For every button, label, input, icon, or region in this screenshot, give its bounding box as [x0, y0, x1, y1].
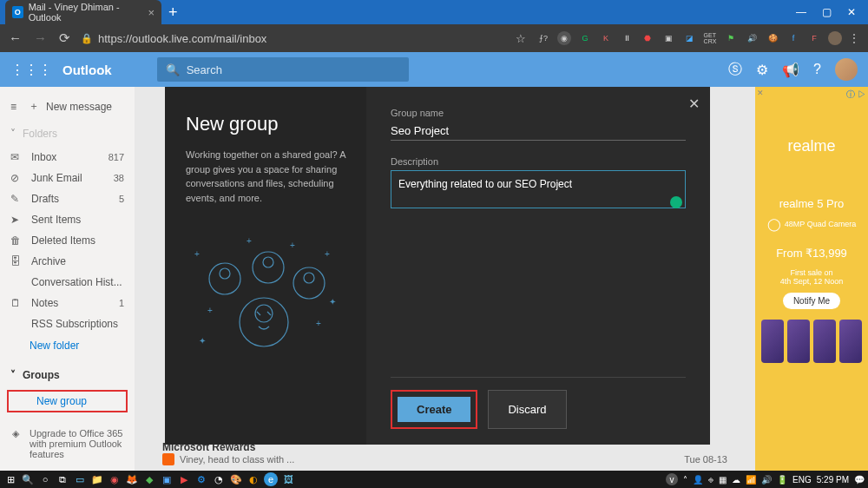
tray-icon[interactable]: 📶	[746, 475, 756, 485]
app-launcher-icon[interactable]: ⋮⋮⋮	[10, 62, 52, 78]
svg-text:✦: ✦	[329, 297, 336, 307]
new-tab-button[interactable]: +	[168, 3, 178, 22]
window-minimize-icon[interactable]: —	[796, 6, 806, 18]
svg-text:+: +	[207, 306, 213, 315]
dialog-description: Working together on a shared goal? A gro…	[186, 148, 345, 205]
sidebar-item-notes[interactable]: 🗒Notes1	[0, 293, 135, 313]
tray-icon[interactable]: ⎆	[708, 475, 713, 485]
ad-notify-button[interactable]: Notify Me	[783, 293, 840, 309]
tray-icon[interactable]: ▦	[719, 475, 727, 485]
tray-battery-icon[interactable]: 🔋	[777, 475, 787, 485]
tray-time[interactable]: 5:29 PM	[817, 475, 849, 485]
ad-close-icon[interactable]: ✕	[757, 89, 764, 97]
extension-icon[interactable]: ◉	[557, 31, 571, 45]
ad-panel[interactable]: ✕ ⓘ ▷ realme realme 5 Pro ◯48MP Quad Cam…	[755, 87, 868, 471]
new-folder-link[interactable]: New folder	[0, 334, 135, 357]
search-input[interactable]: 🔍 Search	[157, 57, 409, 82]
svg-text:+: +	[194, 249, 200, 259]
menu-toggle-icon[interactable]: ≡	[10, 101, 16, 113]
extension-icon[interactable]: 🔊	[745, 31, 759, 45]
extension-icon[interactable]: GETCRX	[703, 31, 717, 45]
taskbar-app-icon[interactable]: 📁	[90, 472, 104, 486]
groups-label: Groups	[23, 369, 60, 381]
settings-icon[interactable]: ⚙	[756, 62, 768, 78]
dialog-illustration: ++ ++ ++ ✦✦	[186, 231, 342, 361]
menu-icon[interactable]: ⋮	[849, 32, 859, 44]
browser-tab[interactable]: O Mail - Viney Dhiman - Outlook ×	[5, 0, 161, 24]
help-icon[interactable]: ?	[813, 62, 821, 77]
tray-icon[interactable]: ☁	[732, 475, 740, 485]
taskbar-app-icon[interactable]: 🖼	[281, 472, 295, 486]
extension-icon[interactable]: G	[578, 31, 592, 45]
extension-icon[interactable]: ⚑	[724, 31, 738, 45]
sidebar-item-archive[interactable]: 🗄Archive	[0, 251, 135, 272]
extension-icon[interactable]: F	[807, 31, 821, 45]
tray-icon[interactable]: 👤	[693, 475, 703, 485]
group-name-input[interactable]	[391, 122, 686, 141]
sidebar-item-inbox[interactable]: ✉Inbox817	[0, 147, 135, 168]
sidebar-item-conversation[interactable]: Conversation Hist...	[0, 272, 135, 293]
extension-icon[interactable]: ⏸	[620, 31, 634, 45]
tray-lang[interactable]: ENG	[792, 475, 812, 485]
search-icon[interactable]: 🔍	[21, 472, 35, 486]
sidebar-item-drafts[interactable]: ✎Drafts5	[0, 188, 135, 209]
grammarly-icon[interactable]	[670, 196, 682, 208]
start-icon[interactable]: ⊞	[3, 472, 17, 486]
taskbar-app-icon[interactable]: ◐	[247, 472, 260, 486]
taskbar-app-icon[interactable]: ◆	[142, 472, 156, 486]
address-bar[interactable]: 🔒 https://outlook.live.com/mail/inbox	[81, 32, 505, 45]
sidebar-item-rss[interactable]: RSS Subscriptions	[0, 313, 135, 334]
upgrade-promo[interactable]: ◈ Upgrade to Office 365 with premium Out…	[0, 419, 135, 468]
folders-label: Folders	[23, 128, 57, 140]
announce-icon[interactable]: 📢	[782, 62, 799, 78]
description-textarea[interactable]	[391, 170, 686, 208]
chevron-down-icon[interactable]: ˅	[10, 128, 16, 140]
extension-icon[interactable]: ◪	[682, 31, 696, 45]
taskview-icon[interactable]: ⧉	[56, 472, 69, 486]
taskbar-app-icon[interactable]: ▶	[177, 472, 191, 486]
skype-icon[interactable]: ⓢ	[728, 61, 742, 79]
taskbar-app-icon[interactable]: ◔	[212, 472, 226, 486]
tray-chevron-icon[interactable]: ˄	[683, 475, 687, 485]
sidebar: ≡ ＋ New message ˅ Folders ✉Inbox817 ⊘Jun…	[0, 87, 135, 471]
message-subject[interactable]: Viney, head to class with ...	[180, 454, 294, 465]
ad-info-icon[interactable]: ⓘ ▷	[846, 89, 866, 101]
taskbar-app-icon[interactable]: 🎨	[229, 472, 243, 486]
sidebar-item-deleted[interactable]: 🗑Deleted Items	[0, 230, 135, 251]
dialog-close-icon[interactable]: ✕	[688, 96, 700, 112]
taskbar-app-icon[interactable]: ▭	[73, 472, 87, 486]
back-icon[interactable]: ←	[9, 30, 22, 46]
profile-avatar-icon[interactable]	[828, 31, 842, 45]
tray-volume-icon[interactable]: 🔊	[761, 475, 772, 485]
discard-button[interactable]: Discard	[488, 390, 566, 429]
sidebar-item-sent[interactable]: ➤Sent Items	[0, 209, 135, 230]
search-icon: 🔍	[166, 63, 180, 76]
taskbar-app-icon[interactable]: ⚙	[194, 472, 208, 486]
taskbar-app-icon[interactable]: ◉	[108, 472, 122, 486]
taskbar-app-icon[interactable]: e	[264, 472, 278, 486]
extension-icon[interactable]: ▣	[661, 31, 675, 45]
taskbar-app-icon[interactable]: ▣	[160, 472, 174, 486]
tray-notifications-icon[interactable]: 💬	[854, 475, 865, 485]
close-tab-icon[interactable]: ×	[148, 6, 155, 19]
taskbar-app-icon[interactable]: 🦊	[125, 472, 139, 486]
window-maximize-icon[interactable]: ▢	[822, 6, 832, 18]
extension-icon[interactable]: K	[599, 31, 613, 45]
forward-icon[interactable]: →	[34, 30, 47, 46]
create-button[interactable]: Create	[398, 397, 470, 422]
sidebar-item-junk[interactable]: ⊘Junk Email38	[0, 168, 135, 188]
extension-icon[interactable]: f	[786, 31, 800, 45]
chevron-down-icon[interactable]: ˅	[10, 369, 16, 381]
window-close-icon[interactable]: ✕	[847, 6, 856, 18]
new-message-button[interactable]: New message	[46, 101, 112, 113]
star-icon[interactable]: ☆	[516, 32, 526, 45]
extension-icon[interactable]: 🍪	[766, 31, 779, 45]
extension-icon[interactable]: ⬣	[641, 31, 654, 45]
tray-icon[interactable]: v	[666, 473, 678, 485]
user-avatar[interactable]	[835, 58, 858, 81]
reload-icon[interactable]: ⟳	[59, 30, 70, 46]
new-group-link[interactable]: New group	[7, 390, 128, 412]
cortana-icon[interactable]: ○	[38, 472, 52, 486]
extension-icon[interactable]: ⨍?	[536, 31, 550, 45]
url-text: https://outlook.live.com/mail/inbox	[98, 32, 266, 45]
